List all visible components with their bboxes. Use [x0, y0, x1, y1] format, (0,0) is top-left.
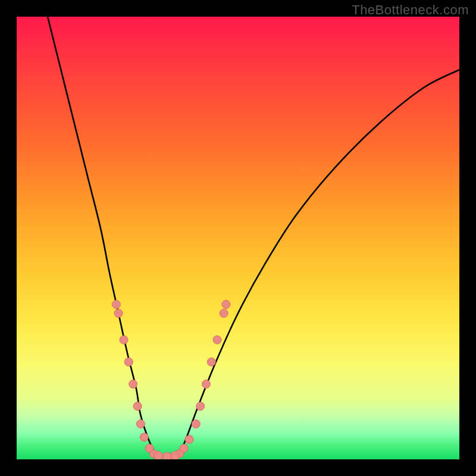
chart-svg — [17, 17, 459, 459]
curve-right — [176, 70, 459, 459]
data-marker — [120, 336, 128, 344]
data-marker — [185, 436, 193, 444]
curve-left — [48, 17, 158, 459]
data-marker — [207, 358, 215, 366]
data-marker — [124, 358, 133, 366]
data-marker — [129, 380, 137, 389]
data-marker — [112, 300, 120, 309]
data-marker — [154, 452, 163, 459]
data-marker — [133, 402, 142, 411]
data-marker — [140, 433, 148, 441]
data-marker — [114, 309, 123, 317]
data-marker — [196, 402, 205, 411]
data-marker — [222, 300, 230, 309]
data-marker — [192, 419, 200, 428]
data-marker — [220, 309, 228, 317]
chart-frame: TheBottleneck.com — [0, 0, 476, 476]
data-marker — [202, 380, 210, 389]
data-marker — [162, 452, 171, 459]
data-marker — [136, 419, 145, 428]
plot-area — [17, 17, 459, 459]
watermark-text: TheBottleneck.com — [352, 2, 469, 18]
data-marker — [213, 336, 221, 344]
data-marker — [171, 452, 180, 459]
data-marker — [180, 444, 188, 452]
marker-layer — [112, 300, 230, 459]
